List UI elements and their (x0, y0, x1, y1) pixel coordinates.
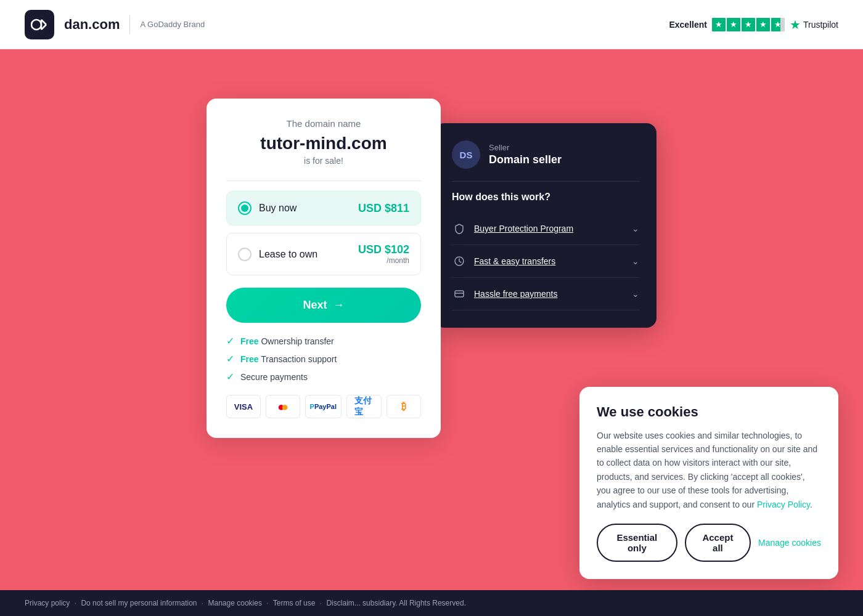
feature-payments: ✓ Secure payments (226, 371, 421, 383)
header-left: dan.com A GoDaddy Brand (25, 10, 205, 39)
footer-text: Privacy policy · Do not sell my personal… (25, 599, 466, 607)
buy-now-radio[interactable] (238, 201, 252, 215)
seller-name: Domain seller (489, 153, 562, 166)
feature-transaction: ✓ Free Transaction support (226, 353, 421, 365)
next-button[interactable]: Next → (226, 288, 421, 323)
stars-row: ★ ★ ★ ★ ★ (712, 18, 785, 31)
feature-1-text: Free Ownership transfer (240, 336, 334, 346)
seller-top: DS Seller Domain seller (452, 140, 639, 169)
feature-ownership: ✓ Free Ownership transfer (226, 335, 421, 347)
shield-icon (452, 221, 467, 236)
accept-all-button[interactable]: Accept all (685, 524, 751, 562)
dan-logo-icon (25, 10, 54, 39)
footer: Privacy policy · Do not sell my personal… (0, 590, 863, 616)
manage-cookies-footer[interactable]: Manage cookies (208, 599, 262, 607)
paypal-icon: PPayPal (305, 395, 342, 418)
seller-avatar: DS (452, 140, 480, 169)
seller-info: Seller Domain seller (489, 143, 562, 166)
buy-now-price: USD $811 (358, 202, 409, 215)
check-icon-2: ✓ (226, 353, 234, 365)
fast-transfers-label: Fast & easy transfers (474, 256, 555, 266)
domain-name: tutor-mind.com (226, 134, 421, 153)
lease-price-group: USD $102 /month (358, 243, 409, 265)
privacy-policy-link[interactable]: Privacy Policy (757, 500, 810, 509)
disclaimer-text: Disclaim... subsidiary. All Rights Reser… (326, 599, 466, 607)
card-divider-1 (226, 180, 421, 181)
essential-only-button[interactable]: Essential only (597, 524, 677, 562)
payment-icons: VISA ●● PPayPal 支付宝 ₿ (226, 395, 421, 418)
cookie-buttons: Essential only Accept all Manage cookies (597, 524, 821, 562)
header: dan.com A GoDaddy Brand Excellent ★ ★ ★ … (0, 0, 863, 49)
arrow-icon: → (333, 299, 345, 312)
buy-now-left: Buy now (238, 201, 297, 215)
info-item-left-2: Fast & easy transfers (452, 254, 555, 269)
visa-icon: VISA (226, 395, 261, 418)
clock-icon (452, 254, 467, 269)
feature-2-text: Free Transaction support (240, 354, 337, 364)
for-sale-text: is for sale! (226, 156, 421, 166)
lease-label: Lease to own (259, 249, 317, 260)
mastercard-icon: ●● (266, 395, 300, 418)
star-1: ★ (712, 18, 726, 31)
feature-3-text: Secure payments (240, 372, 308, 382)
star-3: ★ (742, 18, 755, 31)
next-label: Next (303, 299, 327, 312)
buy-now-label: Buy now (259, 203, 297, 214)
bitcoin-icon: ₿ (387, 395, 421, 418)
svg-rect-5 (455, 291, 464, 297)
buy-now-option[interactable]: Buy now USD $811 (226, 191, 421, 225)
lease-price: USD $102 (358, 243, 409, 256)
avatar-initials: DS (460, 150, 473, 160)
star-2: ★ (727, 18, 740, 31)
svg-point-0 (31, 20, 41, 30)
terms-of-use-link[interactable]: Terms of use (273, 599, 316, 607)
manage-cookies-link[interactable]: Manage cookies (758, 538, 821, 548)
cookie-text: Our website uses cookies and similar tec… (597, 429, 821, 511)
check-icon-1: ✓ (226, 335, 234, 347)
info-buyer-protection[interactable]: Buyer Protection Program ⌄ (452, 213, 639, 245)
free-tag-2: Free (240, 354, 259, 364)
radio-inner (241, 205, 248, 212)
domain-label: The domain name (226, 118, 421, 129)
info-fast-transfers[interactable]: Fast & easy transfers ⌄ (452, 245, 639, 278)
cookie-banner: We use cookies Our website uses cookies … (579, 387, 838, 579)
star-4: ★ (756, 18, 770, 31)
hassle-free-label: Hassle free payments (474, 289, 557, 299)
excellent-label: Excellent (669, 20, 706, 30)
seller-label: Seller (489, 143, 562, 152)
chevron-icon-2: ⌄ (632, 256, 639, 266)
trustpilot-label: Trustpilot (803, 20, 838, 30)
chevron-icon-3: ⌄ (632, 289, 639, 299)
star-half: ★ (771, 18, 785, 31)
trustpilot-area: Excellent ★ ★ ★ ★ ★ ★ Trustpilot (669, 17, 838, 32)
free-tag-1: Free (240, 336, 259, 346)
domain-card: The domain name tutor-mind.com is for sa… (207, 99, 441, 438)
logo-text: dan.com (64, 17, 120, 33)
privacy-policy-footer[interactable]: Privacy policy (25, 599, 70, 607)
card-icon (452, 286, 467, 301)
godaddy-brand: A GoDaddy Brand (140, 20, 205, 29)
chevron-icon-1: ⌄ (632, 224, 639, 233)
seller-panel: DS Seller Domain seller How does this wo… (435, 123, 656, 328)
cookie-body-text: Our website uses cookies and similar tec… (597, 431, 817, 509)
info-item-left-3: Hassle free payments (452, 286, 557, 301)
panel-divider (452, 181, 639, 182)
buyer-protection-label: Buyer Protection Program (474, 224, 573, 233)
trustpilot-star-icon: ★ (790, 17, 801, 32)
trustpilot-logo: ★ Trustpilot (790, 17, 838, 32)
check-icon-3: ✓ (226, 371, 234, 383)
header-divider (129, 15, 130, 34)
lease-to-own-option[interactable]: Lease to own USD $102 /month (226, 233, 421, 275)
how-title: How does this work? (452, 192, 639, 203)
alipay-icon: 支付宝 (346, 395, 382, 418)
cookie-title: We use cookies (597, 404, 821, 420)
do-not-sell-link[interactable]: Do not sell my personal information (81, 599, 197, 607)
lease-price-sub: /month (358, 256, 409, 265)
info-hassle-free[interactable]: Hassle free payments ⌄ (452, 278, 639, 310)
lease-left: Lease to own (238, 248, 317, 261)
lease-radio[interactable] (238, 248, 252, 261)
info-item-left-1: Buyer Protection Program (452, 221, 573, 236)
cookie-period: . (810, 500, 812, 509)
